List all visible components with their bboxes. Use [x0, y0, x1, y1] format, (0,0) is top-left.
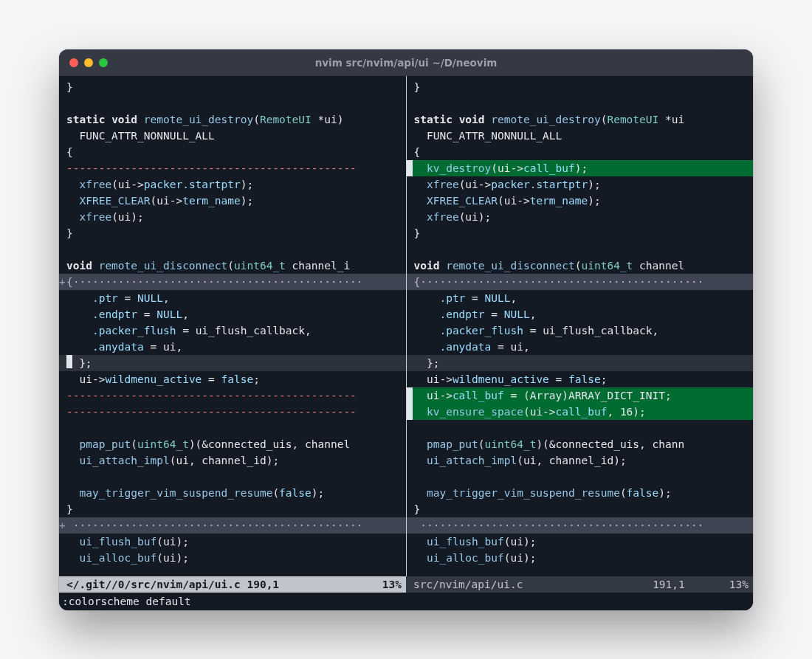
status-pos-right: 191,1 — [653, 576, 685, 593]
code-line: kv_ensure_space(ui->call_buf, 16); — [407, 404, 754, 420]
diff-pane-right[interactable]: } static void remote_ui_destroy(RemoteUI… — [407, 76, 754, 576]
code-line: .endptr = NULL, — [407, 306, 754, 322]
code-line: }; — [407, 355, 754, 371]
code-line: ui->call_buf = (Array)ARRAY_DICT_INIT; — [407, 387, 754, 404]
code-line — [59, 469, 406, 485]
code-line: xfree(ui); — [407, 209, 754, 225]
code-line: kv_destroy(ui->call_buf); — [407, 160, 754, 176]
cursor — [66, 355, 72, 369]
traffic-lights — [59, 58, 108, 67]
code-line: xfree(ui); — [59, 209, 406, 225]
command-text: :colorscheme default — [62, 593, 191, 610]
diff-pane-left[interactable]: } static void remote_ui_destroy(RemoteUI… — [59, 76, 407, 576]
code-line: } — [407, 225, 754, 241]
code-line: may_trigger_vim_suspend_resume(false); — [59, 485, 406, 501]
code-line: ui_alloc_buf(ui); — [407, 550, 754, 566]
code-line: pmap_put(uint64_t)(&connected_uis, chann — [407, 436, 754, 452]
code-line: void remote_ui_disconnect(uint64_t chann… — [407, 258, 754, 274]
command-line[interactable]: :colorscheme default — [59, 593, 753, 610]
titlebar: nvim src/nvim/api/ui ~/D/neovim — [59, 49, 753, 76]
code-line: XFREE_CLEAR(ui->term_name); — [59, 193, 406, 209]
code-line: ········································… — [407, 517, 754, 534]
status-pct-left: 13% — [382, 576, 402, 593]
code-line: + ······································… — [59, 517, 406, 534]
code-line: } — [407, 79, 754, 95]
code-line: }; — [59, 355, 406, 371]
code-line: FUNC_ATTR_NONNULL_ALL — [407, 128, 754, 144]
code-line: pmap_put(uint64_t)(&connected_uis, chann… — [59, 436, 406, 452]
code-line — [59, 95, 406, 111]
code-line: xfree(ui->packer.startptr); — [59, 176, 406, 193]
window-title: nvim src/nvim/api/ui ~/D/neovim — [59, 57, 753, 69]
code-line: XFREE_CLEAR(ui->term_name); — [407, 193, 754, 209]
diff-sign — [407, 404, 413, 420]
code-line: xfree(ui->packer.startptr); — [407, 176, 754, 193]
terminal-window: nvim src/nvim/api/ui ~/D/neovim } static… — [59, 49, 753, 610]
code-line — [407, 469, 754, 485]
code-line: } — [407, 501, 754, 517]
status-path-right: src/nvim/api/ui.c — [413, 576, 523, 593]
minimize-icon[interactable] — [84, 58, 93, 67]
status-right: src/nvim/api/ui.c 191,1 13% — [406, 576, 753, 593]
code-line: ----------------------------------------… — [59, 387, 406, 404]
code-line: .ptr = NULL, — [407, 290, 754, 306]
code-line: } — [59, 225, 406, 241]
code-line: FUNC_ATTR_NONNULL_ALL — [59, 128, 406, 144]
code-line: {·······································… — [407, 274, 754, 290]
code-line: static void remote_ui_destroy(RemoteUI *… — [59, 111, 406, 128]
code-line: ui_flush_buf(ui); — [59, 534, 406, 550]
fold-icon[interactable]: + — [59, 517, 65, 534]
code-line — [407, 420, 754, 436]
close-icon[interactable] — [69, 58, 78, 67]
code-line: ui_alloc_buf(ui); — [59, 550, 406, 566]
code-line: ui->wildmenu_active = false; — [407, 371, 754, 387]
status-left: </.git//0/src/nvim/api/ui.c 190,1 13% — [59, 576, 406, 593]
status-pos-left: 190,1 — [247, 576, 279, 593]
diff-panes: } static void remote_ui_destroy(RemoteUI… — [59, 76, 753, 576]
code-line: static void remote_ui_destroy(RemoteUI *… — [407, 111, 754, 128]
code-line: .endptr = NULL, — [59, 306, 406, 322]
status-pct-right: 13% — [729, 576, 749, 593]
code-line: ui_attach_impl(ui, channel_id); — [407, 452, 754, 469]
code-line: .packer_flush = ui_flush_callback, — [59, 322, 406, 339]
status-path-left: </.git//0/src/nvim/api/ui.c — [66, 576, 241, 593]
code-line: } — [59, 79, 406, 95]
code-line: .ptr = NULL, — [59, 290, 406, 306]
maximize-icon[interactable] — [99, 58, 108, 67]
code-line: +{······································… — [59, 274, 406, 290]
code-line — [59, 241, 406, 258]
code-line — [407, 95, 754, 111]
code-line: .anydata = ui, — [407, 339, 754, 355]
code-line: void remote_ui_disconnect(uint64_t chann… — [59, 258, 406, 274]
editor[interactable]: } static void remote_ui_destroy(RemoteUI… — [59, 76, 753, 610]
code-line: .packer_flush = ui_flush_callback, — [407, 322, 754, 339]
code-line: } — [59, 501, 406, 517]
diff-sign — [407, 160, 413, 176]
code-line — [407, 241, 754, 258]
code-line: ui_flush_buf(ui); — [407, 534, 754, 550]
status-bars: </.git//0/src/nvim/api/ui.c 190,1 13% sr… — [59, 576, 753, 593]
code-line: ----------------------------------------… — [59, 404, 406, 420]
diff-sign — [407, 387, 413, 404]
code-line: ui->wildmenu_active = false; — [59, 371, 406, 387]
code-line — [59, 420, 406, 436]
code-line: .anydata = ui, — [59, 339, 406, 355]
fold-icon[interactable]: + — [59, 274, 65, 290]
code-line: { — [59, 144, 406, 160]
code-line: ----------------------------------------… — [59, 160, 406, 176]
code-line: ui_attach_impl(ui, channel_id); — [59, 452, 406, 469]
code-line: { — [407, 144, 754, 160]
code-line: may_trigger_vim_suspend_resume(false); — [407, 485, 754, 501]
